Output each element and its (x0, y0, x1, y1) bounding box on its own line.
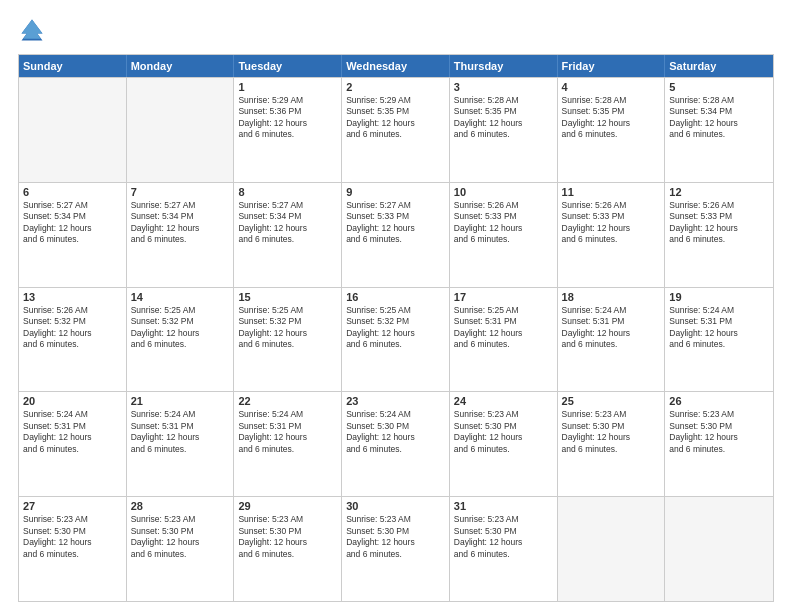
cell-details: Sunrise: 5:23 AMSunset: 5:30 PMDaylight:… (454, 514, 553, 560)
day-number: 5 (669, 81, 769, 93)
cell-details: Sunrise: 5:29 AMSunset: 5:35 PMDaylight:… (346, 95, 445, 141)
cell-details: Sunrise: 5:26 AMSunset: 5:33 PMDaylight:… (454, 200, 553, 246)
calendar-cell: 14Sunrise: 5:25 AMSunset: 5:32 PMDayligh… (127, 288, 235, 392)
cell-details: Sunrise: 5:27 AMSunset: 5:34 PMDaylight:… (131, 200, 230, 246)
cell-details: Sunrise: 5:23 AMSunset: 5:30 PMDaylight:… (131, 514, 230, 560)
day-number: 12 (669, 186, 769, 198)
cell-details: Sunrise: 5:27 AMSunset: 5:33 PMDaylight:… (346, 200, 445, 246)
cell-details: Sunrise: 5:28 AMSunset: 5:34 PMDaylight:… (669, 95, 769, 141)
calendar-cell: 25Sunrise: 5:23 AMSunset: 5:30 PMDayligh… (558, 392, 666, 496)
day-number: 30 (346, 500, 445, 512)
day-number: 14 (131, 291, 230, 303)
cell-details: Sunrise: 5:27 AMSunset: 5:34 PMDaylight:… (23, 200, 122, 246)
calendar-cell: 5Sunrise: 5:28 AMSunset: 5:34 PMDaylight… (665, 78, 773, 182)
calendar-cell: 22Sunrise: 5:24 AMSunset: 5:31 PMDayligh… (234, 392, 342, 496)
header (18, 16, 774, 44)
cell-details: Sunrise: 5:25 AMSunset: 5:32 PMDaylight:… (131, 305, 230, 351)
cell-details: Sunrise: 5:23 AMSunset: 5:30 PMDaylight:… (238, 514, 337, 560)
calendar-cell (558, 497, 666, 601)
cell-details: Sunrise: 5:25 AMSunset: 5:32 PMDaylight:… (238, 305, 337, 351)
calendar-cell: 26Sunrise: 5:23 AMSunset: 5:30 PMDayligh… (665, 392, 773, 496)
cell-details: Sunrise: 5:23 AMSunset: 5:30 PMDaylight:… (562, 409, 661, 455)
day-number: 22 (238, 395, 337, 407)
cell-details: Sunrise: 5:23 AMSunset: 5:30 PMDaylight:… (454, 409, 553, 455)
calendar-cell: 11Sunrise: 5:26 AMSunset: 5:33 PMDayligh… (558, 183, 666, 287)
day-number: 1 (238, 81, 337, 93)
day-number: 23 (346, 395, 445, 407)
header-day: Thursday (450, 55, 558, 77)
day-number: 4 (562, 81, 661, 93)
svg-marker-1 (22, 20, 43, 39)
day-number: 7 (131, 186, 230, 198)
cell-details: Sunrise: 5:24 AMSunset: 5:31 PMDaylight:… (562, 305, 661, 351)
calendar-cell: 7Sunrise: 5:27 AMSunset: 5:34 PMDaylight… (127, 183, 235, 287)
day-number: 2 (346, 81, 445, 93)
day-number: 28 (131, 500, 230, 512)
calendar-cell: 29Sunrise: 5:23 AMSunset: 5:30 PMDayligh… (234, 497, 342, 601)
calendar-cell: 12Sunrise: 5:26 AMSunset: 5:33 PMDayligh… (665, 183, 773, 287)
calendar-cell: 21Sunrise: 5:24 AMSunset: 5:31 PMDayligh… (127, 392, 235, 496)
calendar-cell: 31Sunrise: 5:23 AMSunset: 5:30 PMDayligh… (450, 497, 558, 601)
calendar: SundayMondayTuesdayWednesdayThursdayFrid… (18, 54, 774, 602)
calendar-cell: 15Sunrise: 5:25 AMSunset: 5:32 PMDayligh… (234, 288, 342, 392)
calendar-cell: 19Sunrise: 5:24 AMSunset: 5:31 PMDayligh… (665, 288, 773, 392)
calendar-cell: 17Sunrise: 5:25 AMSunset: 5:31 PMDayligh… (450, 288, 558, 392)
cell-details: Sunrise: 5:25 AMSunset: 5:31 PMDaylight:… (454, 305, 553, 351)
calendar-cell: 4Sunrise: 5:28 AMSunset: 5:35 PMDaylight… (558, 78, 666, 182)
logo (18, 16, 50, 44)
calendar-header: SundayMondayTuesdayWednesdayThursdayFrid… (19, 55, 773, 77)
calendar-cell: 6Sunrise: 5:27 AMSunset: 5:34 PMDaylight… (19, 183, 127, 287)
cell-details: Sunrise: 5:28 AMSunset: 5:35 PMDaylight:… (562, 95, 661, 141)
cell-details: Sunrise: 5:26 AMSunset: 5:33 PMDaylight:… (562, 200, 661, 246)
calendar-cell: 10Sunrise: 5:26 AMSunset: 5:33 PMDayligh… (450, 183, 558, 287)
day-number: 9 (346, 186, 445, 198)
calendar-cell: 30Sunrise: 5:23 AMSunset: 5:30 PMDayligh… (342, 497, 450, 601)
cell-details: Sunrise: 5:29 AMSunset: 5:36 PMDaylight:… (238, 95, 337, 141)
cell-details: Sunrise: 5:24 AMSunset: 5:30 PMDaylight:… (346, 409, 445, 455)
calendar-cell: 1Sunrise: 5:29 AMSunset: 5:36 PMDaylight… (234, 78, 342, 182)
header-day: Tuesday (234, 55, 342, 77)
calendar-cell (127, 78, 235, 182)
cell-details: Sunrise: 5:24 AMSunset: 5:31 PMDaylight:… (238, 409, 337, 455)
cell-details: Sunrise: 5:26 AMSunset: 5:32 PMDaylight:… (23, 305, 122, 351)
day-number: 11 (562, 186, 661, 198)
header-day: Saturday (665, 55, 773, 77)
day-number: 6 (23, 186, 122, 198)
day-number: 15 (238, 291, 337, 303)
cell-details: Sunrise: 5:26 AMSunset: 5:33 PMDaylight:… (669, 200, 769, 246)
day-number: 20 (23, 395, 122, 407)
day-number: 29 (238, 500, 337, 512)
calendar-cell: 18Sunrise: 5:24 AMSunset: 5:31 PMDayligh… (558, 288, 666, 392)
cell-details: Sunrise: 5:28 AMSunset: 5:35 PMDaylight:… (454, 95, 553, 141)
cell-details: Sunrise: 5:23 AMSunset: 5:30 PMDaylight:… (23, 514, 122, 560)
day-number: 25 (562, 395, 661, 407)
header-day: Wednesday (342, 55, 450, 77)
day-number: 16 (346, 291, 445, 303)
calendar-row: 6Sunrise: 5:27 AMSunset: 5:34 PMDaylight… (19, 182, 773, 287)
header-day: Monday (127, 55, 235, 77)
day-number: 31 (454, 500, 553, 512)
calendar-row: 20Sunrise: 5:24 AMSunset: 5:31 PMDayligh… (19, 391, 773, 496)
calendar-cell: 16Sunrise: 5:25 AMSunset: 5:32 PMDayligh… (342, 288, 450, 392)
logo-icon (18, 16, 46, 44)
day-number: 24 (454, 395, 553, 407)
calendar-cell (665, 497, 773, 601)
calendar-row: 1Sunrise: 5:29 AMSunset: 5:36 PMDaylight… (19, 77, 773, 182)
day-number: 17 (454, 291, 553, 303)
day-number: 19 (669, 291, 769, 303)
cell-details: Sunrise: 5:23 AMSunset: 5:30 PMDaylight:… (346, 514, 445, 560)
day-number: 8 (238, 186, 337, 198)
cell-details: Sunrise: 5:25 AMSunset: 5:32 PMDaylight:… (346, 305, 445, 351)
day-number: 10 (454, 186, 553, 198)
header-day: Sunday (19, 55, 127, 77)
cell-details: Sunrise: 5:24 AMSunset: 5:31 PMDaylight:… (23, 409, 122, 455)
calendar-row: 27Sunrise: 5:23 AMSunset: 5:30 PMDayligh… (19, 496, 773, 601)
calendar-cell: 13Sunrise: 5:26 AMSunset: 5:32 PMDayligh… (19, 288, 127, 392)
page: SundayMondayTuesdayWednesdayThursdayFrid… (0, 0, 792, 612)
cell-details: Sunrise: 5:23 AMSunset: 5:30 PMDaylight:… (669, 409, 769, 455)
day-number: 3 (454, 81, 553, 93)
header-day: Friday (558, 55, 666, 77)
day-number: 18 (562, 291, 661, 303)
cell-details: Sunrise: 5:27 AMSunset: 5:34 PMDaylight:… (238, 200, 337, 246)
cell-details: Sunrise: 5:24 AMSunset: 5:31 PMDaylight:… (131, 409, 230, 455)
